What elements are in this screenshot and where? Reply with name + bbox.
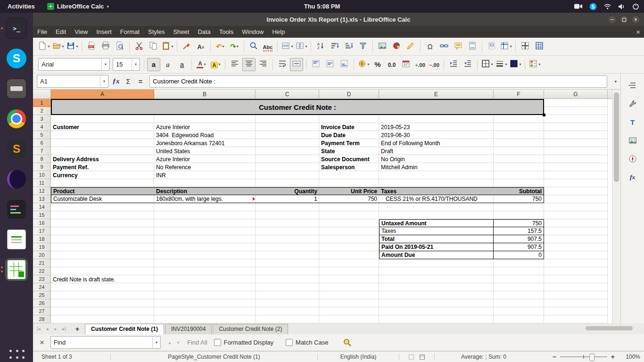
percent-button[interactable]: % [371,58,384,71]
selection-mode-icon[interactable] [408,354,414,360]
find-input[interactable]: Find ▾ [50,336,161,349]
spelling-button[interactable]: Abc [261,40,274,53]
copy-button[interactable] [147,40,160,53]
font-color-button[interactable]: A▾ [195,58,208,71]
cell-F20[interactable]: 0 [494,251,544,259]
dock-item-chrome[interactable] [5,107,28,130]
sidebar-settings-icon[interactable] [626,79,640,91]
function-wizard-button[interactable]: ƒx [110,77,122,85]
row-header-8[interactable]: 8 [33,155,51,163]
menu-item-window[interactable]: Window [238,26,268,38]
number-format-button[interactable]: 0.0 [385,58,398,71]
align-top-button[interactable] [309,58,322,71]
align-center-button[interactable] [242,58,256,71]
cell-A13[interactable]: Customizable Desk [51,195,154,203]
align-bottom-button[interactable] [338,58,351,71]
properties-icon[interactable] [626,98,640,110]
cut-button[interactable] [132,40,146,53]
sheet-tab[interactable]: Customer Credit Note (2) [213,324,288,334]
row-header-6[interactable]: 6 [33,139,51,147]
zoom-slider[interactable] [560,356,607,357]
date-format-button[interactable] [399,58,413,71]
row-header-28[interactable]: 28 [33,315,51,323]
document-modified-icon[interactable] [419,354,425,360]
row-header-5[interactable]: 5 [33,131,51,139]
row-header-16[interactable]: 16 [33,219,51,227]
clone-formatting-button[interactable] [180,40,193,53]
row-header-25[interactable]: 25 [33,291,51,299]
menu-item-edit[interactable]: Edit [51,26,70,38]
functions-icon[interactable]: fx [626,171,640,183]
chevron-down-icon[interactable]: ▾ [223,44,224,49]
print-button[interactable] [99,40,112,53]
cell-E5[interactable]: 2019-06-30 [379,131,494,139]
row-header-3[interactable]: 3 [33,115,51,123]
autofilter-button[interactable] [356,40,370,53]
find-and-replace-button[interactable] [341,336,354,349]
cell-E12[interactable]: Taxes [379,187,494,195]
currency-button[interactable]: $▾ [357,58,370,71]
cell-B9[interactable]: No Reference [154,163,256,171]
power-icon[interactable] [632,3,639,10]
zoom-in-button[interactable]: + [611,353,615,361]
cell-E16[interactable]: Untaxed Amount [379,219,494,227]
dock-item-libreoffice-start[interactable] [5,228,28,251]
cell-A4[interactable]: Customer [51,123,154,131]
row-header-22[interactable]: 22 [33,267,51,275]
special-character-button[interactable]: Ω [423,40,437,53]
column-header-A[interactable]: A [51,90,154,99]
font-name-select[interactable]: Arial ▾ [38,58,110,71]
dock-item-files[interactable] [5,77,28,100]
cell-F13[interactable]: 750 [494,195,544,203]
row-header-9[interactable]: 9 [33,163,51,171]
navigator-icon[interactable] [626,153,640,165]
cell-A1[interactable]: Customer Credit Note : [51,99,544,115]
undo-button[interactable]: ↶▾ [214,40,227,53]
select-all-button[interactable] [33,90,51,99]
zoom-slider-handle[interactable] [589,354,594,361]
wrap-text-button[interactable] [276,58,289,71]
cell-D7[interactable]: State [319,147,379,155]
redo-button[interactable]: ↷▾ [228,40,241,53]
formatted-display-checkbox[interactable] [214,339,221,346]
chevron-down-icon[interactable]: ▾ [132,58,140,70]
chevron-down-icon[interactable]: ▾ [218,62,220,66]
row-header-18[interactable]: 18 [33,235,51,243]
border-style-button[interactable]: ▾ [495,58,508,71]
zoom-out-button[interactable]: − [553,353,556,361]
freeze-rows-and-columns-button[interactable]: ▾ [499,40,512,53]
chevron-down-icon[interactable]: ▾ [519,62,521,66]
font-size-select[interactable]: 15 ▾ [113,58,140,71]
close-find-bar-button[interactable]: × [40,338,44,347]
menu-item-format[interactable]: Format [116,26,144,38]
menu-item-tools[interactable]: Tools [215,26,238,38]
chevron-down-icon[interactable]: ▾ [538,62,540,66]
row-header-4[interactable]: 4 [33,123,51,131]
cell-B12[interactable]: Description [154,187,256,195]
row-header-12[interactable]: 12 [33,187,51,195]
row-header-10[interactable]: 10 [33,171,51,179]
last-sheet-button[interactable]: ▸| [60,326,68,331]
dock-item-terminal[interactable]: >_ [5,17,28,40]
cell-F16[interactable]: 750 [494,219,544,227]
underline-button[interactable]: a [175,58,189,71]
cell-C13[interactable]: 1 [256,195,319,203]
align-right-button[interactable] [256,58,270,71]
chevron-down-icon[interactable]: ▾ [491,62,493,66]
export-pdf-button[interactable]: PDF [85,40,98,53]
chevron-down-icon[interactable]: ▾ [171,44,173,49]
cell-E7[interactable]: Draft [379,147,494,155]
merge-cells-button[interactable] [290,58,303,71]
add-sheet-button[interactable]: + [73,325,82,333]
gallery-icon[interactable] [626,134,640,147]
sheet-tab[interactable]: Customer Credit Note (1) [85,324,164,334]
save-button[interactable]: ▾ [66,40,79,53]
column-header-B[interactable]: B [154,90,256,99]
dock-item-skype[interactable]: S [5,47,28,70]
row-header-17[interactable]: 17 [33,227,51,235]
cell-B4[interactable]: Azure Interior [154,123,256,131]
row-header-7[interactable]: 7 [33,147,51,155]
cell-B8[interactable]: Azure Interior [154,155,256,163]
camera-icon[interactable] [574,3,583,9]
row-header-15[interactable]: 15 [33,211,51,219]
